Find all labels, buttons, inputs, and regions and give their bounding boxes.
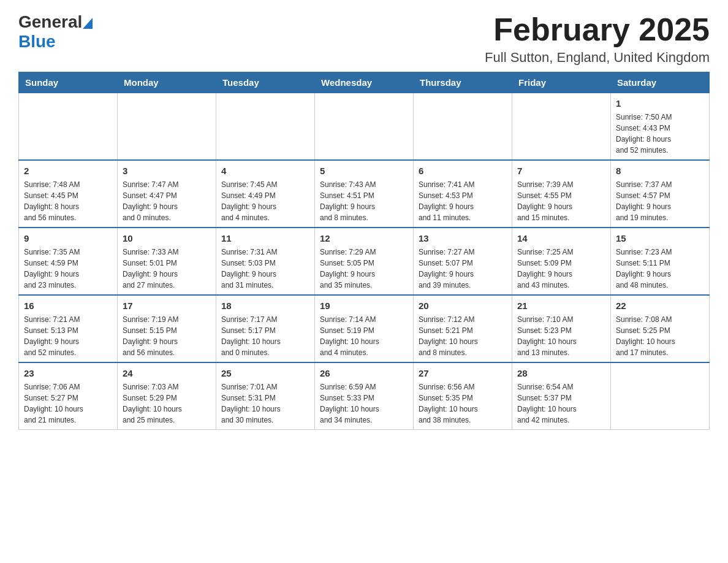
day-number: 11 [221,232,309,245]
calendar-cell: 14Sunrise: 7:25 AMSunset: 5:09 PMDayligh… [512,228,611,295]
day-info: Sunrise: 7:06 AMSunset: 5:27 PMDaylight:… [24,381,112,426]
day-number: 6 [419,164,507,177]
title-section: February 2025 Full Sutton, England, Unit… [485,12,710,66]
day-info: Sunrise: 7:14 AMSunset: 5:19 PMDaylight:… [320,314,408,358]
day-info: Sunrise: 7:23 AMSunset: 5:11 PMDaylight:… [616,247,704,291]
day-info: Sunrise: 6:56 AMSunset: 5:35 PMDaylight:… [419,381,507,426]
day-number: 26 [320,367,408,380]
day-number: 16 [24,299,112,312]
logo-blue-text: Blue [18,32,56,52]
day-info: Sunrise: 7:27 AMSunset: 5:07 PMDaylight:… [419,247,507,291]
day-info: Sunrise: 7:12 AMSunset: 5:21 PMDaylight:… [419,314,507,358]
day-number: 27 [419,367,507,380]
calendar-week-2: 2Sunrise: 7:48 AMSunset: 4:45 PMDaylight… [19,160,710,228]
calendar-cell: 1Sunrise: 7:50 AMSunset: 4:43 PMDaylight… [611,93,710,161]
day-number: 12 [320,232,408,245]
day-info: Sunrise: 7:48 AMSunset: 4:45 PMDaylight:… [24,179,112,223]
calendar-cell [611,362,710,430]
calendar-cell [315,93,414,161]
calendar-cell [512,93,611,161]
day-info: Sunrise: 7:21 AMSunset: 5:13 PMDaylight:… [24,314,112,358]
day-number: 15 [616,232,704,245]
day-info: Sunrise: 7:47 AMSunset: 4:47 PMDaylight:… [123,179,211,223]
calendar-cell: 19Sunrise: 7:14 AMSunset: 5:19 PMDayligh… [315,295,414,362]
calendar-cell: 8Sunrise: 7:37 AMSunset: 4:57 PMDaylight… [611,160,710,228]
calendar-cell: 18Sunrise: 7:17 AMSunset: 5:17 PMDayligh… [216,295,315,362]
calendar-cell: 13Sunrise: 7:27 AMSunset: 5:07 PMDayligh… [414,228,512,295]
calendar-cell: 7Sunrise: 7:39 AMSunset: 4:55 PMDaylight… [512,160,611,228]
day-number: 9 [24,232,112,245]
weekday-header-saturday: Saturday [611,72,710,93]
weekday-header-friday: Friday [512,72,611,93]
calendar-cell: 25Sunrise: 7:01 AMSunset: 5:31 PMDayligh… [216,362,315,430]
logo-arrow-icon [83,18,93,29]
month-title: February 2025 [485,12,710,47]
calendar-cell [19,93,118,161]
calendar-cell: 24Sunrise: 7:03 AMSunset: 5:29 PMDayligh… [118,362,216,430]
calendar-cell: 11Sunrise: 7:31 AMSunset: 5:03 PMDayligh… [216,228,315,295]
day-info: Sunrise: 7:41 AMSunset: 4:53 PMDaylight:… [419,179,507,223]
calendar-cell: 21Sunrise: 7:10 AMSunset: 5:23 PMDayligh… [512,295,611,362]
calendar-cell: 6Sunrise: 7:41 AMSunset: 4:53 PMDaylight… [414,160,512,228]
day-number: 2 [24,164,112,177]
day-number: 10 [123,232,211,245]
page-header: General Blue February 2025 Full Sutton, … [18,12,710,66]
day-number: 22 [616,299,704,312]
weekday-header-row: SundayMondayTuesdayWednesdayThursdayFrid… [19,72,710,93]
day-number: 21 [517,299,605,312]
day-number: 4 [221,164,309,177]
calendar-table: SundayMondayTuesdayWednesdayThursdayFrid… [18,72,710,430]
day-number: 24 [123,367,211,380]
day-number: 20 [419,299,507,312]
calendar-cell: 17Sunrise: 7:19 AMSunset: 5:15 PMDayligh… [118,295,216,362]
day-number: 18 [221,299,309,312]
day-info: Sunrise: 7:31 AMSunset: 5:03 PMDaylight:… [221,247,309,291]
calendar-cell [216,93,315,161]
calendar-cell: 15Sunrise: 7:23 AMSunset: 5:11 PMDayligh… [611,228,710,295]
calendar-week-5: 23Sunrise: 7:06 AMSunset: 5:27 PMDayligh… [19,362,710,430]
day-info: Sunrise: 7:45 AMSunset: 4:49 PMDaylight:… [221,179,309,223]
day-number: 25 [221,367,309,380]
calendar-cell: 27Sunrise: 6:56 AMSunset: 5:35 PMDayligh… [414,362,512,430]
calendar-cell: 28Sunrise: 6:54 AMSunset: 5:37 PMDayligh… [512,362,611,430]
day-number: 5 [320,164,408,177]
day-number: 1 [616,97,704,110]
day-number: 13 [419,232,507,245]
calendar-cell: 20Sunrise: 7:12 AMSunset: 5:21 PMDayligh… [414,295,512,362]
day-info: Sunrise: 7:17 AMSunset: 5:17 PMDaylight:… [221,314,309,358]
day-info: Sunrise: 7:43 AMSunset: 4:51 PMDaylight:… [320,179,408,223]
day-info: Sunrise: 7:50 AMSunset: 4:43 PMDaylight:… [616,112,704,156]
day-number: 3 [123,164,211,177]
day-info: Sunrise: 7:08 AMSunset: 5:25 PMDaylight:… [616,314,704,358]
day-info: Sunrise: 7:03 AMSunset: 5:29 PMDaylight:… [123,381,211,426]
calendar-cell: 10Sunrise: 7:33 AMSunset: 5:01 PMDayligh… [118,228,216,295]
calendar-cell: 5Sunrise: 7:43 AMSunset: 4:51 PMDaylight… [315,160,414,228]
calendar-cell: 12Sunrise: 7:29 AMSunset: 5:05 PMDayligh… [315,228,414,295]
day-info: Sunrise: 7:35 AMSunset: 4:59 PMDaylight:… [24,247,112,291]
day-number: 19 [320,299,408,312]
logo-general-text: General [18,12,82,32]
day-number: 14 [517,232,605,245]
calendar-body: 1Sunrise: 7:50 AMSunset: 4:43 PMDaylight… [19,93,710,430]
day-info: Sunrise: 7:33 AMSunset: 5:01 PMDaylight:… [123,247,211,291]
calendar-cell: 3Sunrise: 7:47 AMSunset: 4:47 PMDaylight… [118,160,216,228]
calendar-header: SundayMondayTuesdayWednesdayThursdayFrid… [19,72,710,93]
weekday-header-sunday: Sunday [19,72,118,93]
day-info: Sunrise: 7:01 AMSunset: 5:31 PMDaylight:… [221,381,309,426]
calendar-cell: 2Sunrise: 7:48 AMSunset: 4:45 PMDaylight… [19,160,118,228]
weekday-header-wednesday: Wednesday [315,72,414,93]
day-info: Sunrise: 7:19 AMSunset: 5:15 PMDaylight:… [123,314,211,358]
weekday-header-thursday: Thursday [414,72,512,93]
day-number: 8 [616,164,704,177]
location-title: Full Sutton, England, United Kingdom [485,50,710,66]
day-info: Sunrise: 7:29 AMSunset: 5:05 PMDaylight:… [320,247,408,291]
day-info: Sunrise: 7:39 AMSunset: 4:55 PMDaylight:… [517,179,605,223]
day-info: Sunrise: 7:10 AMSunset: 5:23 PMDaylight:… [517,314,605,358]
day-number: 28 [517,367,605,380]
day-number: 23 [24,367,112,380]
weekday-header-tuesday: Tuesday [216,72,315,93]
logo: General Blue [18,12,93,52]
calendar-cell: 16Sunrise: 7:21 AMSunset: 5:13 PMDayligh… [19,295,118,362]
day-info: Sunrise: 7:25 AMSunset: 5:09 PMDaylight:… [517,247,605,291]
calendar-cell: 4Sunrise: 7:45 AMSunset: 4:49 PMDaylight… [216,160,315,228]
